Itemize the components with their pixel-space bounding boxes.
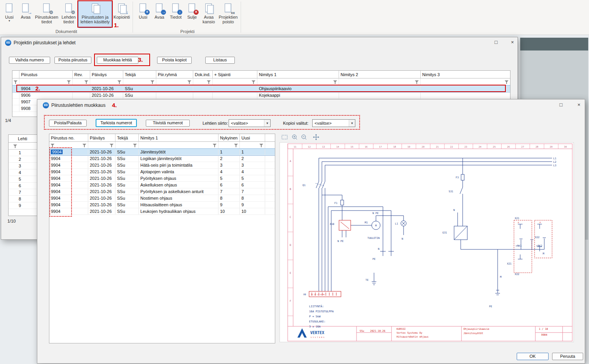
filter-icon[interactable] [117,80,122,84]
column-header[interactable]: Piir.ryhmä [156,71,193,78]
table-row[interactable]: 9904 2021-10-26 SSu Hitsauslaitteen ohja… [49,202,275,208]
ribbon-button-open-project[interactable]: → Avaa [152,1,167,28]
svg-text:S Y S T E M S: S Y S T E M S [311,336,325,338]
delete-copies-button[interactable]: Poista kopiot [157,57,192,64]
filter-icon[interactable] [14,80,18,84]
cell-piirustus: 9906 [19,92,73,98]
table-row[interactable]: 9904 2021-10-26 SSu Askelluksen ohjaus 6… [49,182,275,188]
cell-no: 9904 [49,182,88,188]
listing-button[interactable]: Listaus [205,57,235,64]
column-header[interactable]: Nimitys 1 [139,134,218,141]
cell-paivays: 2021-10-26 [88,149,115,155]
cell-nykyinen: 2 [218,155,240,162]
drawings-table-filter-row [12,78,510,85]
ribbon-button-manage-drawings-sheets[interactable]: Piirustusten ja lehtien käsittely [78,1,112,28]
maximize-icon[interactable]: □ [554,101,568,109]
ribbon-button-close-project[interactable]: × Sulje [184,1,200,28]
delete-drawing-button[interactable]: Poista piirustus [54,57,91,64]
filter-icon[interactable] [207,80,211,84]
cancel-button[interactable]: Peruuta [552,353,583,360]
column-header[interactable]: Uusi [240,134,265,141]
filter-icon[interactable] [234,143,238,147]
svg-text:29: 29 [550,145,553,148]
table-row[interactable]: 9904 2021-10-26 SSu Pyörityksen ja askel… [49,188,275,195]
ribbon-button-open-document[interactable]: → Avaa [18,1,33,28]
filter-icon[interactable] [150,80,155,84]
delete-restore-button[interactable]: Poista/Palauta [49,120,87,127]
svg-text:SSu: SSu [360,329,364,333]
column-header[interactable]: Piirustus no. [49,134,88,141]
ribbon-button-drawing-info[interactable]: ⚙ Piirustuksen tiedot [34,1,59,28]
cell-nykyinen: 8 [218,195,240,201]
filter-icon[interactable] [133,143,137,147]
column-header[interactable]: Nykyinen [218,134,240,141]
filter-icon[interactable] [415,80,419,84]
filter-icon[interactable] [13,144,17,148]
filter-icon[interactable] [67,80,71,84]
table-row[interactable]: 9904 2021-10-26 SSu Nostimen ohjaus 8 8 [49,195,275,202]
cell-uusi: 5 [240,175,265,181]
ribbon-button-new-project[interactable]: + Uusi [135,1,151,28]
filter-icon[interactable] [252,80,256,84]
filter-icon[interactable] [84,80,89,84]
ribbon-button-open-folder[interactable]: Avaa kansio [200,1,217,28]
cell-tekija: SSu [115,188,139,195]
cell-no: 9904 [49,162,88,168]
column-header[interactable]: Tekijä [123,71,156,78]
table-row[interactable]: 9904 2021-10-26 SSu Hätä-seis piiri ja t… [49,162,275,169]
ribbon-button-delete-projects[interactable]: xx Projektien poisto [218,1,239,28]
column-header[interactable]: Nimitys 2 [339,71,421,78]
filter-icon[interactable] [505,80,509,84]
zoom-window-icon[interactable] [281,134,289,141]
svg-text:L3: L3 [553,164,556,167]
filter-icon[interactable] [213,143,217,147]
table-row[interactable]: 9904 2021-10-26 SSu Jännitesyötöt 1 1 [49,149,275,155]
column-header[interactable]: Päiväys [90,71,123,78]
change-number-button[interactable]: Vaihda numero [9,57,50,64]
cell-no: 9904 [49,155,88,162]
drawing-preview[interactable]: 1112131415161718192021222324252627282930… [280,142,574,342]
maximize-icon[interactable]: □ [489,38,503,47]
column-header[interactable]: Tekijä [115,134,139,141]
column-header[interactable]: Rev. [73,71,90,78]
table-row[interactable]: 9904 2021-10-26 SSu Leukojen hydrauliika… [49,208,275,215]
column-header[interactable]: Dok.ind. [193,71,213,78]
check-numbers-button[interactable]: Tarkista numerot [96,119,137,127]
close-icon[interactable]: × [506,38,519,47]
compact-numbers-button[interactable]: Tiivistä numerot [146,120,190,127]
zoom-out-icon[interactable] [301,134,308,141]
filter-icon[interactable] [51,143,55,147]
column-header[interactable]: Nimitys 1 [257,71,339,78]
table-row[interactable]: 9904 2021-10-26 SSu Logiikan jännitesyöt… [49,155,275,162]
svg-text:F3: F3 [456,176,459,179]
svg-text:F: F [290,300,291,303]
table-row[interactable]: 9906 2021-10-26 SSu Kojekaappi [12,92,510,99]
column-header[interactable]: Nimitys 3 [421,71,510,78]
svg-text:PE: PE [489,305,492,308]
dialog-sheet-edit: ED Piirustuslehtien muokkaus 4. □ × Pois… [37,99,585,364]
filter-icon[interactable] [259,143,264,147]
filter-icon[interactable] [110,143,114,147]
ok-button[interactable]: OK [517,353,549,360]
copy-selected-select[interactable]: <valitse> ▾ [312,119,355,127]
table-row[interactable]: 9904 2021-10-26 SSu Pyörityksen ohjaus 5… [49,175,275,182]
pan-icon[interactable] [312,134,320,141]
column-header[interactable]: Piirustus [19,71,73,78]
sheet-move-select[interactable]: <valitse> ▾ [229,119,271,127]
column-header[interactable]: Päiväys [88,134,115,141]
close-icon[interactable]: × [572,101,586,109]
filter-icon[interactable] [82,143,87,147]
ribbon-button-sheet-info[interactable]: ⚙ Lehden tiedot [59,1,78,28]
svg-text:27: 27 [521,145,524,148]
ribbon-button-project-info[interactable]: ↓ Tiedot [168,1,184,28]
table-row[interactable]: 9904 2021-10-26 SSu Ajotapojen valinta 4… [49,169,275,175]
zoom-in-icon[interactable] [291,134,299,141]
svg-text:F1: F1 [334,202,337,205]
svg-text:N: N [453,209,455,212]
ribbon-button-new-document[interactable]: Uusi ▾ [2,1,17,28]
column-header[interactable]: + Sijainti [213,71,257,78]
filter-icon[interactable] [187,80,192,84]
table-row[interactable]: 9904 2021-10-26 SSu Ohjauspiirikaavio [12,85,510,92]
filter-icon[interactable] [333,80,337,84]
edit-sheets-button[interactable]: Muokkaa lehtiä [97,57,138,64]
